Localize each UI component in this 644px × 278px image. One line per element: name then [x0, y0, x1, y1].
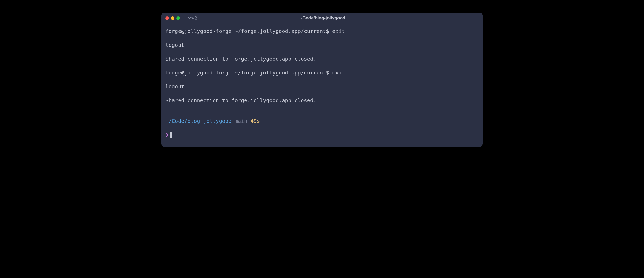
remote-prompt: forge@jollygood-forge:~/forge.jollygood.… — [165, 28, 332, 34]
terminal-body[interactable]: forge@jollygood-forge:~/forge.jollygood.… — [161, 24, 483, 147]
terminal-window: ⌥⌘2 ~/Code/blog-jollygood forge@jollygoo… — [161, 13, 483, 147]
traffic-lights — [165, 16, 180, 20]
tab-indicator: ⌥⌘2 — [188, 15, 198, 21]
cursor — [170, 132, 172, 138]
maximize-button[interactable] — [176, 16, 180, 20]
prompt-symbol: ❯ — [165, 132, 169, 138]
terminal-line: logout — [165, 42, 479, 49]
prompt-branch: main — [235, 118, 247, 124]
terminal-line: logout — [165, 83, 479, 90]
terminal-line: Shared connection to forge.jollygood.app… — [165, 97, 479, 104]
command-text: exit — [332, 70, 345, 76]
terminal-line: forge@jollygood-forge:~/forge.jollygood.… — [165, 28, 479, 35]
window-title: ~/Code/blog-jollygood — [299, 15, 346, 21]
terminal-line: forge@jollygood-forge:~/forge.jollygood.… — [165, 69, 479, 76]
prompt-duration: 49s — [250, 118, 260, 124]
remote-prompt: forge@jollygood-forge:~/forge.jollygood.… — [165, 70, 332, 76]
terminal-line: Shared connection to forge.jollygood.app… — [165, 55, 479, 62]
blank-line — [165, 111, 479, 118]
prompt-path: ~/Code/blog-jollygood — [165, 118, 232, 124]
minimize-button[interactable] — [171, 16, 174, 20]
prompt-status-line: ~/Code/blog-jollygood main 49s — [165, 118, 479, 125]
titlebar: ⌥⌘2 ~/Code/blog-jollygood — [161, 13, 483, 24]
command-text: exit — [332, 28, 345, 34]
prompt-input-line[interactable]: ❯ — [165, 131, 479, 138]
close-button[interactable] — [165, 16, 169, 20]
